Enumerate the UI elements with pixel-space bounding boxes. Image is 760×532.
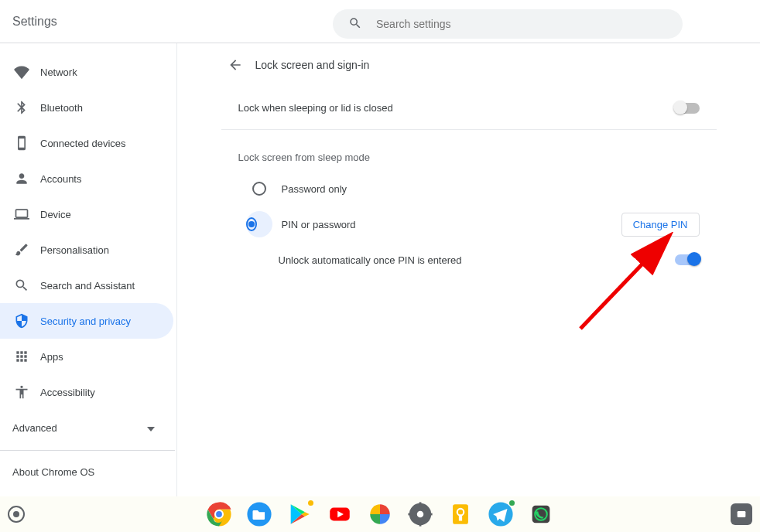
sidebar-label: Accounts [40, 173, 81, 185]
sidebar-label: Apps [40, 351, 63, 363]
svg-point-7 [417, 511, 424, 518]
sidebar-item-connected-devices[interactable]: Connected devices [0, 125, 173, 161]
row-lock-sleeping: Lock when sleeping or lid is closed [221, 87, 717, 130]
search-icon [348, 16, 362, 32]
sidebar-item-search-assistant[interactable]: Search and Assistant [0, 268, 173, 303]
brush-icon [14, 242, 29, 257]
shelf-app-settings[interactable] [407, 501, 433, 527]
sidebar: Network Bluetooth Connected devices Acco… [0, 43, 176, 496]
sidebar-item-device[interactable]: Device [0, 196, 173, 232]
svg-point-3 [215, 510, 223, 518]
arrow-left-icon [228, 57, 243, 73]
radio-pin-label: PIN or password [282, 219, 356, 230]
sidebar-item-security-privacy[interactable]: Security and privacy [0, 303, 173, 339]
shelf-app-files[interactable] [246, 501, 272, 527]
svg-rect-9 [419, 522, 422, 527]
sidebar-item-network[interactable]: Network [0, 54, 173, 90]
sidebar-item-bluetooth[interactable]: Bluetooth [0, 90, 173, 125]
shelf-app-youtube[interactable] [327, 501, 353, 527]
shelf-app-play-store[interactable] [286, 501, 313, 527]
sidebar-about[interactable]: About Chrome OS [0, 455, 176, 489]
apps-icon [14, 349, 29, 364]
main-panel: Lock screen and sign-in Lock when sleepi… [221, 43, 717, 496]
sidebar-item-personalisation[interactable]: Personalisation [0, 232, 173, 268]
sidebar-label: Search and Assistant [40, 280, 135, 292]
svg-rect-18 [738, 511, 746, 517]
sidebar-item-apps[interactable]: Apps [0, 339, 173, 374]
shield-icon [14, 313, 29, 329]
sidebar-label: Personalisation [40, 244, 109, 256]
badge-icon [308, 500, 313, 506]
search-icon [14, 278, 29, 293]
sidebar-item-accessibility[interactable]: Accessibility [0, 374, 173, 410]
chevron-down-icon [147, 422, 155, 434]
change-pin-button[interactable]: Change PIN [621, 213, 700, 237]
shelf-app-telegram[interactable] [488, 501, 514, 527]
sidebar-label: Accessibility [40, 387, 95, 398]
svg-rect-12 [453, 504, 468, 524]
accessibility-icon [14, 384, 29, 400]
auto-unlock-label: Unlock automatically once PIN is entered [279, 254, 462, 266]
shelf-app-chrome[interactable] [206, 501, 232, 527]
phone-icon [14, 135, 29, 151]
tray-notifications-button[interactable] [731, 503, 752, 525]
svg-rect-14 [459, 515, 462, 520]
wifi-icon [14, 64, 29, 80]
radio-row-password[interactable]: Password only [221, 171, 717, 206]
sidebar-label: Device [40, 209, 71, 220]
shelf-app-keep[interactable] [447, 501, 474, 527]
shelf [0, 496, 760, 532]
svg-rect-11 [428, 513, 433, 516]
sidebar-label: Security and privacy [40, 315, 131, 327]
sidebar-advanced[interactable]: Advanced [0, 410, 176, 445]
radio-password-label: Password only [282, 183, 347, 195]
divider [0, 450, 175, 451]
notification-icon [735, 508, 748, 520]
search-box[interactable] [333, 9, 683, 39]
advanced-label: Advanced [12, 422, 57, 434]
row-auto-unlock: Unlock automatically once PIN is entered [221, 242, 717, 278]
bluetooth-icon [14, 100, 29, 115]
app-title: Settings [12, 15, 57, 29]
svg-rect-10 [408, 513, 413, 516]
laptop-icon [14, 206, 29, 222]
shelf-app-whatsapp[interactable] [528, 501, 554, 527]
back-button[interactable] [221, 51, 249, 79]
search-input[interactable] [362, 17, 667, 31]
person-icon [14, 171, 29, 186]
lock-sleep-toggle[interactable] [675, 103, 700, 114]
sidebar-label: Connected devices [40, 138, 126, 149]
auto-unlock-toggle[interactable] [675, 254, 700, 265]
section-label: Lock screen from sleep mode [221, 130, 717, 171]
lock-sleep-label: Lock when sleeping or lid is closed [238, 102, 393, 114]
radio-row-pin[interactable]: PIN or password Change PIN [221, 206, 717, 242]
launcher-button[interactable] [8, 506, 25, 523]
page-title: Lock screen and sign-in [255, 59, 370, 71]
sidebar-label: Bluetooth [40, 102, 83, 114]
radio-password[interactable] [252, 182, 266, 196]
shelf-app-photos[interactable] [367, 501, 393, 527]
shelf-apps [206, 501, 554, 527]
svg-rect-8 [419, 502, 422, 506]
sidebar-label: Network [40, 66, 77, 78]
radio-pin[interactable] [246, 217, 257, 231]
sidebar-item-accounts[interactable]: Accounts [0, 161, 173, 196]
badge-icon [509, 500, 515, 506]
